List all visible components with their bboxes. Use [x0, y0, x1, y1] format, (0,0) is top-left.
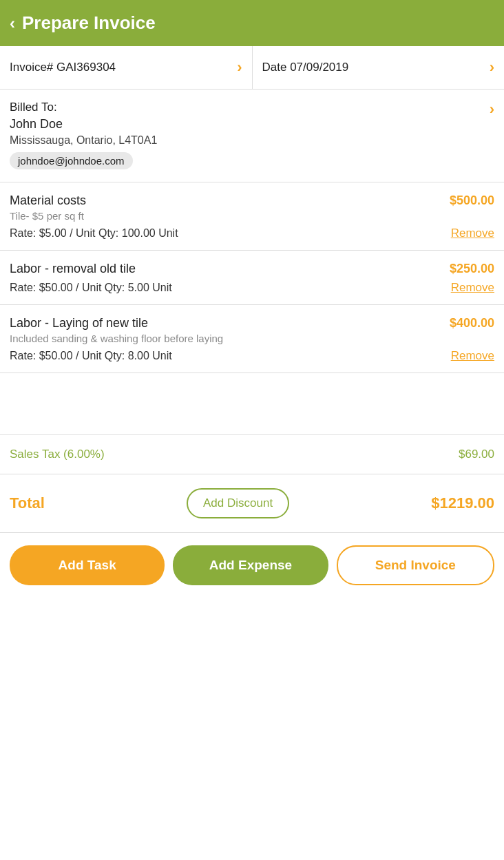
line-item: Labor - removal old tile$250.00Rate: $50…: [0, 251, 504, 305]
invoice-chevron-icon[interactable]: ›: [237, 59, 242, 76]
line-items-container: Material costs$500.00Tile- $5 per sq ftR…: [0, 182, 504, 373]
billed-address: Mississauga, Ontario, L4T0A1: [10, 134, 494, 147]
billed-to-section: Billed To: John Doe Mississauga, Ontario…: [0, 90, 504, 182]
back-icon[interactable]: ‹: [10, 14, 15, 33]
bottom-actions: Add Task Add Expense Send Invoice: [0, 533, 504, 598]
header: ‹ Prepare Invoice: [0, 0, 504, 46]
remove-link[interactable]: Remove: [451, 349, 494, 363]
meta-row: Invoice# GAI369304 › Date 07/09/2019 ›: [0, 46, 504, 90]
add-discount-button[interactable]: Add Discount: [187, 488, 289, 518]
spacer: [0, 373, 504, 435]
page-title: Prepare Invoice: [22, 12, 156, 34]
item-name: Labor - Laying of new tile: [10, 316, 148, 331]
remove-link[interactable]: Remove: [451, 227, 494, 240]
line-item: Material costs$500.00Tile- $5 per sq ftR…: [0, 182, 504, 251]
billed-name: John Doe: [10, 117, 494, 132]
total-label: Total: [10, 494, 45, 512]
total-row: Total Add Discount $1219.00: [0, 474, 504, 533]
item-amount: $250.00: [450, 262, 494, 276]
date-cell[interactable]: Date 07/09/2019 ›: [253, 46, 505, 89]
item-amount: $400.00: [450, 316, 494, 331]
tax-amount: $69.00: [459, 448, 494, 461]
line-item: Labor - Laying of new tile$400.00Include…: [0, 305, 504, 373]
remove-link[interactable]: Remove: [451, 281, 494, 295]
item-name: Labor - removal old tile: [10, 262, 136, 276]
invoice-number-cell[interactable]: Invoice# GAI369304 ›: [0, 46, 253, 89]
billed-chevron-icon[interactable]: ›: [490, 101, 494, 118]
send-invoice-button[interactable]: Send Invoice: [337, 545, 494, 585]
sales-tax-row: Sales Tax (6.00%) $69.00: [0, 435, 504, 474]
add-task-button[interactable]: Add Task: [10, 545, 165, 585]
date-chevron-icon[interactable]: ›: [490, 59, 494, 76]
invoice-number-label: Invoice# GAI369304: [10, 61, 116, 74]
tax-label: Sales Tax (6.00%): [10, 448, 105, 461]
total-amount: $1219.00: [431, 494, 494, 512]
item-name: Material costs: [10, 193, 86, 208]
item-amount: $500.00: [450, 193, 494, 208]
date-label: Date 07/09/2019: [262, 61, 349, 74]
item-desc: Included sanding & washing floor before …: [10, 333, 494, 344]
item-rate: Rate: $50.00 / Unit Qty: 5.00 Unit: [10, 282, 172, 294]
item-rate: Rate: $50.00 / Unit Qty: 8.00 Unit: [10, 350, 172, 362]
billed-to-label: Billed To:: [10, 101, 494, 114]
billed-email: johndoe@johndoe.com: [10, 152, 133, 169]
item-rate: Rate: $5.00 / Unit Qty: 100.00 Unit: [10, 227, 178, 240]
item-desc: Tile- $5 per sq ft: [10, 210, 494, 222]
add-expense-button[interactable]: Add Expense: [173, 545, 328, 585]
